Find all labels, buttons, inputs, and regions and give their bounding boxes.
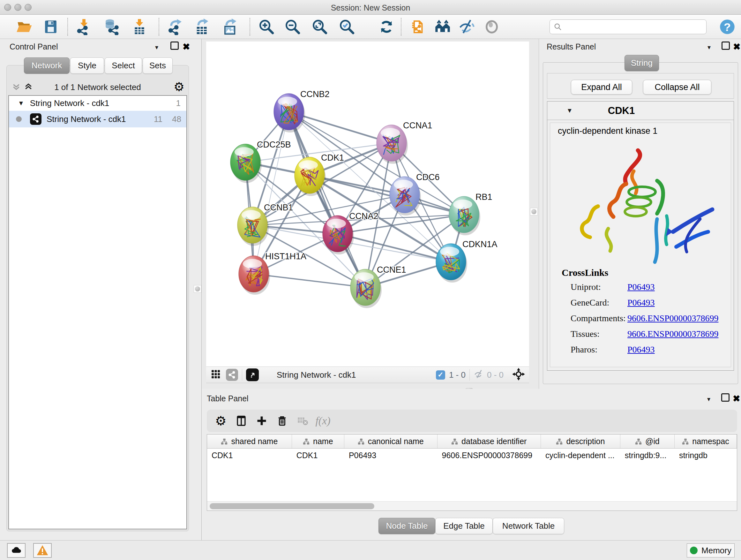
network-node-HIST1H1A[interactable]: HIST1H1A bbox=[239, 252, 307, 295]
tab-style[interactable]: Style bbox=[70, 57, 104, 74]
table-options-gear-icon[interactable]: ⚙ bbox=[211, 413, 231, 429]
tab-network[interactable]: Network bbox=[24, 57, 70, 74]
table-cell[interactable]: CDK1 bbox=[292, 449, 344, 462]
tab-select[interactable]: Select bbox=[105, 57, 142, 74]
help-icon[interactable]: ? bbox=[718, 17, 737, 37]
import-network-file-icon[interactable] bbox=[74, 17, 94, 37]
zoom-fit-icon[interactable] bbox=[310, 17, 330, 37]
network-edge[interactable] bbox=[254, 112, 289, 274]
table-cell[interactable]: CDK1 bbox=[207, 449, 292, 462]
column-header-namespac[interactable]: namespac bbox=[675, 435, 737, 448]
first-neighbors-icon[interactable] bbox=[433, 17, 453, 37]
hidden-eye-icon[interactable] bbox=[474, 369, 484, 381]
cloud-status-icon[interactable] bbox=[7, 543, 25, 558]
crosslink-link[interactable]: 9606.ENSP00000378699 bbox=[627, 329, 718, 339]
column-header-database-identifier[interactable]: database identifier bbox=[437, 435, 541, 448]
network-node-RB1[interactable]: RB1 bbox=[449, 192, 492, 235]
table-cell[interactable]: 9606.ENSP00000378699 bbox=[437, 449, 541, 462]
show-hide-icon[interactable] bbox=[457, 17, 477, 37]
table-row[interactable]: CDK1CDK1P064939606.ENSP00000378699cyclin… bbox=[207, 449, 737, 462]
crosslink-link[interactable]: 9606.ENSP00000378699 bbox=[627, 313, 718, 323]
undock-panel-icon[interactable] bbox=[722, 42, 730, 50]
network-collection-row[interactable]: ▼ String Network - cdk1 1 bbox=[9, 96, 186, 111]
tab-string-results[interactable]: String bbox=[624, 55, 659, 71]
open-file-icon[interactable] bbox=[14, 17, 34, 37]
export-table-icon[interactable] bbox=[192, 17, 212, 37]
delete-table-icon[interactable] bbox=[292, 413, 313, 429]
expand-all-button[interactable]: Expand All bbox=[571, 80, 632, 95]
column-header-canonical-name[interactable]: canonical name bbox=[344, 435, 437, 448]
undock-panel-icon[interactable] bbox=[721, 393, 730, 401]
network-edge[interactable] bbox=[254, 274, 365, 287]
network-view-canvas[interactable]: CCNB2CCNA1CDC25BCDK1CDC6RB1CCNB1CCNA2CDK… bbox=[206, 42, 529, 367]
undock-panel-icon[interactable] bbox=[171, 42, 179, 50]
gene-card-header[interactable]: ▼ CDK1 bbox=[547, 102, 734, 120]
crosslink-link[interactable]: P06493 bbox=[627, 345, 655, 355]
crosslink-link[interactable]: P06493 bbox=[627, 298, 655, 308]
tab-sets[interactable]: Sets bbox=[143, 57, 173, 74]
function-builder-icon[interactable]: f(x) bbox=[313, 413, 333, 429]
add-column-icon[interactable] bbox=[252, 413, 272, 429]
network-node-CDKN1A[interactable]: CDKN1A bbox=[436, 240, 497, 283]
table-cell[interactable]: stringdb bbox=[675, 449, 737, 462]
import-network-database-icon[interactable] bbox=[102, 17, 121, 37]
network-node-CCNE1[interactable]: CCNE1 bbox=[350, 265, 406, 308]
eye-icon[interactable] bbox=[482, 17, 502, 37]
column-header-description[interactable]: description bbox=[541, 435, 620, 448]
birds-eye-view-icon[interactable] bbox=[512, 368, 525, 382]
new-network-from-selection-icon[interactable] bbox=[408, 17, 428, 37]
network-node-CCNB2[interactable]: CCNB2 bbox=[274, 89, 330, 132]
selected-count-checkbox-icon[interactable]: ✓ bbox=[436, 370, 445, 380]
warning-status-icon[interactable] bbox=[33, 543, 52, 558]
close-panel-icon[interactable]: ✖ bbox=[183, 42, 190, 52]
export-network-icon[interactable] bbox=[166, 17, 186, 37]
save-session-icon[interactable] bbox=[41, 17, 61, 37]
close-panel-icon[interactable]: ✖ bbox=[733, 42, 740, 52]
float-panel-icon[interactable]: ▾ bbox=[707, 395, 711, 403]
float-panel-icon[interactable]: ▾ bbox=[708, 44, 711, 51]
network-view-type-icon[interactable] bbox=[226, 369, 238, 381]
float-panel-icon[interactable]: ▾ bbox=[155, 44, 158, 51]
collection-expander-icon[interactable]: ▼ bbox=[18, 100, 24, 107]
scrollbar-thumb[interactable] bbox=[210, 503, 374, 509]
table-cell[interactable]: cyclin-dependent ... bbox=[541, 449, 620, 462]
tab-node-table[interactable]: Node Table bbox=[379, 518, 435, 534]
network-row-label: String Network - cdk1 bbox=[47, 114, 126, 124]
search-field[interactable] bbox=[549, 19, 706, 34]
network-row-selected[interactable]: String Network - cdk1 11 48 bbox=[9, 111, 186, 127]
network-node-CCNB1[interactable]: CCNB1 bbox=[238, 203, 293, 246]
refresh-icon[interactable] bbox=[377, 17, 396, 37]
left-splitter-grip[interactable] bbox=[194, 285, 201, 293]
zoom-in-icon[interactable] bbox=[257, 17, 276, 37]
import-table-file-icon[interactable] bbox=[130, 17, 149, 37]
column-label: @id bbox=[645, 437, 660, 446]
network-node-CCNA1[interactable]: CCNA1 bbox=[377, 121, 432, 164]
table-cell[interactable]: P06493 bbox=[344, 449, 437, 462]
grid-view-icon[interactable] bbox=[211, 369, 221, 381]
network-node-CDK1[interactable]: CDK1 bbox=[294, 153, 344, 196]
collapse-all-button[interactable]: Collapse All bbox=[643, 80, 711, 95]
memory-button[interactable]: Memory bbox=[687, 543, 735, 557]
network-node-CDC6[interactable]: CDC6 bbox=[390, 172, 440, 215]
table-cell[interactable]: stringdb:9... bbox=[620, 449, 675, 462]
close-panel-icon[interactable]: ✖ bbox=[733, 393, 740, 404]
crosslink-link[interactable]: P06493 bbox=[627, 282, 655, 292]
detach-view-icon[interactable] bbox=[246, 368, 259, 381]
table-horizontal-scrollbar[interactable] bbox=[207, 501, 737, 510]
collapse-entry-icon[interactable]: ▼ bbox=[566, 107, 573, 114]
network-node-CDC25B[interactable]: CDC25B bbox=[230, 140, 291, 183]
export-image-icon[interactable] bbox=[220, 17, 240, 37]
zoom-out-icon[interactable] bbox=[283, 17, 302, 37]
search-input[interactable] bbox=[565, 22, 702, 31]
network-options-gear-icon[interactable]: ⚙ bbox=[174, 80, 185, 94]
column-header-name[interactable]: name bbox=[292, 435, 344, 448]
zoom-selected-icon[interactable] bbox=[337, 17, 357, 37]
network-node-CCNA2[interactable]: CCNA2 bbox=[323, 211, 379, 254]
column-header--id[interactable]: @id bbox=[620, 435, 675, 448]
column-header-shared-name[interactable]: shared name bbox=[207, 435, 292, 448]
delete-column-icon[interactable] bbox=[272, 413, 292, 429]
tab-edge-table[interactable]: Edge Table bbox=[435, 518, 493, 534]
show-columns-icon[interactable] bbox=[231, 413, 252, 429]
right-splitter-grip[interactable] bbox=[530, 208, 538, 215]
tab-network-table[interactable]: Network Table bbox=[493, 518, 564, 534]
